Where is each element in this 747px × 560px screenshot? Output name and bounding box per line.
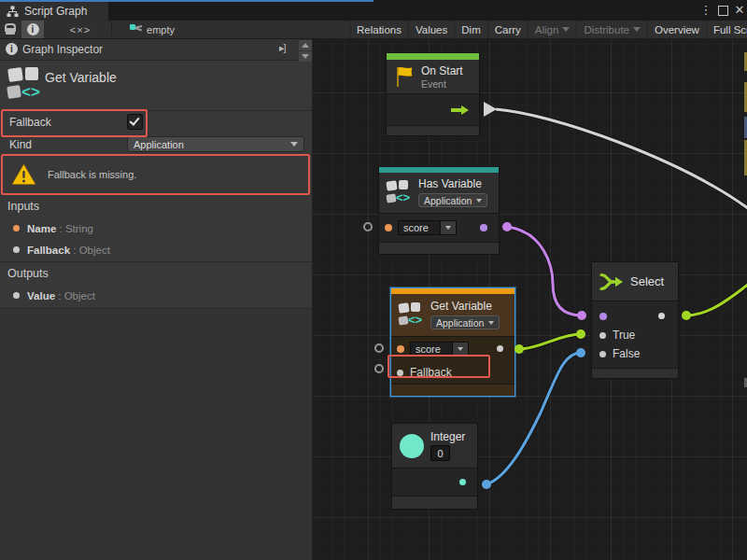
inputs-header: Inputs (7, 200, 39, 213)
port-dot-icon (13, 225, 20, 231)
kind-field-label: Kind (9, 138, 32, 151)
close-button[interactable]: ✕ (732, 3, 747, 18)
kind-dropdown[interactable]: Application (430, 315, 500, 329)
outputs-header: Outputs (7, 267, 49, 280)
event-connection-triangle[interactable] (484, 102, 497, 117)
false-input-port[interactable] (599, 351, 606, 357)
output-row-value: Value : Object (13, 287, 95, 303)
code-preview-button[interactable]: <×> (56, 21, 105, 38)
integer-value-field[interactable]: 0 (430, 445, 450, 461)
result-output-port[interactable] (480, 224, 487, 231)
flag-icon (394, 65, 415, 88)
node-get-variable[interactable]: <> Get Variable Application score (390, 287, 515, 397)
node-title: On Start (421, 64, 463, 77)
name-input-port[interactable] (397, 345, 404, 353)
overview-button[interactable]: Overview (647, 21, 706, 38)
node-has-variable[interactable]: <> Has Variable Application score (378, 166, 500, 255)
warning-message-box: Fallback is missing. (0, 155, 312, 194)
chevron-down-icon (488, 321, 494, 325)
node-title: Select (630, 274, 664, 288)
kind-dropdown[interactable]: Application (418, 193, 487, 207)
lock-icon (5, 23, 16, 32)
graph-breadcrumb[interactable]: empty (123, 21, 181, 38)
graph-inspector-panel: i Graph Inspector ▸] <> Get Variable Fal… (0, 39, 313, 560)
inspector-title: Graph Inspector (22, 43, 103, 56)
node-color-bar (387, 53, 479, 60)
scroll-up-button[interactable] (299, 40, 312, 50)
node-footer (592, 368, 678, 378)
integer-icon (400, 434, 424, 458)
scroll-down-button[interactable] (299, 51, 312, 62)
tab-title: Script Graph (24, 5, 87, 18)
align-dropdown-button[interactable]: Align (528, 21, 577, 38)
node-select[interactable]: Select True False (591, 261, 679, 379)
distribute-dropdown-button[interactable]: Distribute (576, 21, 647, 38)
select-icon (599, 271, 624, 293)
fallback-field-label: Fallback (9, 116, 51, 129)
wire-on-start[interactable] (496, 109, 747, 208)
maximize-icon (718, 6, 728, 16)
graph-toolbar: i <×> empty Zoom 1x Relations Values Dim… (0, 21, 747, 39)
variable-name-field[interactable]: score (398, 220, 457, 235)
true-port-label: True (613, 329, 635, 342)
window-menu-button[interactable]: ⋮ (698, 3, 713, 18)
fallback-input-port[interactable] (397, 370, 403, 376)
value-output-port[interactable] (497, 345, 503, 352)
tab-script-graph[interactable]: Script Graph (0, 2, 108, 21)
input-row-fallback: Fallback : Object (13, 241, 110, 258)
info-icon: i (27, 23, 39, 35)
node-footer (379, 242, 499, 254)
inspector-empty-area (0, 309, 312, 560)
wire-has-variable-to-select[interactable] (507, 227, 582, 315)
chevron-down-icon (290, 142, 298, 147)
wire-endpoint (682, 311, 691, 320)
event-output-arrow-icon[interactable] (451, 105, 470, 115)
unconnected-port-ring[interactable] (374, 343, 384, 353)
maximize-button[interactable] (715, 3, 730, 18)
wire-endpoint (502, 222, 512, 231)
variable-picker-button[interactable] (441, 220, 457, 235)
divider (0, 261, 312, 262)
unconnected-port-ring[interactable] (374, 364, 384, 373)
dim-button[interactable]: Dim (454, 21, 486, 38)
kind-dropdown[interactable]: Application (127, 136, 304, 152)
wire-get-variable-to-true[interactable] (519, 334, 581, 349)
fallback-checkbox[interactable] (127, 114, 143, 130)
relations-button[interactable]: Relations (349, 21, 408, 38)
inspector-toggle-button[interactable]: i (21, 21, 44, 38)
wire-endpoint (514, 344, 524, 354)
lock-button[interactable] (0, 21, 21, 38)
variable-brackets-icon: <> (21, 83, 40, 102)
name-input-port[interactable] (385, 224, 392, 231)
selection-output-port[interactable] (658, 313, 665, 319)
true-input-port[interactable] (599, 332, 606, 339)
node-footer (392, 496, 477, 509)
inspector-unit-title: Get Variable (45, 70, 117, 85)
info-icon: i (6, 43, 18, 55)
port-dot-icon (13, 292, 20, 299)
variable-picker-button[interactable] (453, 342, 469, 357)
wire-select-output[interactable] (686, 285, 747, 315)
node-title: Get Variable (430, 300, 500, 313)
close-icon: ✕ (735, 3, 745, 17)
carry-button[interactable]: Carry (487, 21, 528, 38)
toolbar-separator (111, 22, 112, 36)
variable-icon: <> (387, 179, 412, 207)
get-variable-icon: <> (7, 65, 43, 106)
unconnected-port-ring[interactable] (363, 222, 373, 231)
condition-input-port[interactable] (599, 313, 607, 320)
values-button[interactable]: Values (408, 21, 454, 38)
arrow-down-icon (302, 54, 309, 59)
node-footer (391, 384, 514, 396)
node-integer[interactable]: Integer 0 (391, 423, 478, 510)
chevron-down-icon (633, 27, 641, 32)
fallback-port-label: Fallback (410, 366, 452, 379)
integer-output-port[interactable] (459, 479, 466, 485)
dock-panel-icon[interactable]: ▸] (279, 42, 286, 54)
variable-icon: <> (399, 301, 424, 329)
graph-canvas[interactable]: On Start Event <> (313, 39, 747, 560)
warning-icon (11, 163, 36, 186)
node-on-start[interactable]: On Start Event (386, 52, 480, 136)
variable-name-field[interactable]: score (410, 342, 469, 357)
full-screen-button[interactable]: Full Screen (706, 21, 747, 38)
